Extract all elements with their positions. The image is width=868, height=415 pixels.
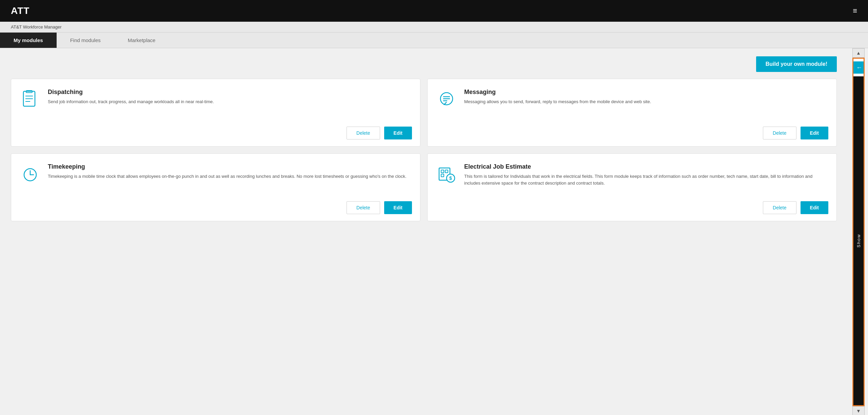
main-content: Build your own module! Dispatching Sen [0, 48, 868, 415]
show-panel-text: Show [856, 234, 861, 248]
timekeeping-text: Timekeeping Timekeeping is a mobile time… [48, 163, 412, 180]
electrical-text: Electrical Job Estimate This form is tai… [464, 163, 828, 186]
build-module-button[interactable]: Build your own module! [756, 56, 837, 72]
show-back-button[interactable]: ← [853, 61, 865, 74]
timekeeping-icon [19, 163, 41, 185]
electrical-edit-button[interactable]: Edit [801, 201, 828, 214]
timekeeping-title: Timekeeping [48, 163, 412, 170]
card-top-timekeeping: Timekeeping Timekeeping is a mobile time… [19, 163, 412, 185]
dispatching-title: Dispatching [48, 89, 412, 96]
electrical-desc: This form is tailored for Individuals th… [464, 173, 828, 186]
dispatching-icon [19, 89, 41, 110]
electrical-delete-button[interactable]: Delete [763, 201, 796, 214]
module-card-dispatching: Dispatching Send job information out, tr… [11, 79, 420, 147]
dispatching-desc: Send job information out, track progress… [48, 98, 412, 105]
app-subtitle: AT&T Workforce Manager [11, 24, 62, 30]
module-card-messaging: Messaging Messaging allows you to send, … [427, 79, 837, 147]
module-card-timekeeping: Timekeeping Timekeeping is a mobile time… [11, 153, 420, 221]
tab-find-modules[interactable]: Find modules [57, 33, 114, 48]
messaging-desc: Messaging allows you to send, forward, r… [464, 98, 828, 105]
timekeeping-delete-button[interactable]: Delete [347, 201, 380, 214]
dispatching-edit-button[interactable]: Edit [384, 127, 412, 139]
tab-bar: My modules Find modules Marketplace [0, 33, 868, 48]
timekeeping-desc: Timekeeping is a mobile time clock that … [48, 173, 412, 180]
scroll-area: ▲ ← Show ▼ [849, 48, 868, 415]
timekeeping-actions: Delete Edit [19, 196, 412, 214]
card-top-messaging: Messaging Messaging allows you to send, … [436, 89, 828, 110]
messaging-text: Messaging Messaging allows you to send, … [464, 89, 828, 105]
messaging-title: Messaging [464, 89, 828, 96]
svg-text:$: $ [449, 175, 452, 181]
sub-header: AT&T Workforce Manager [0, 22, 868, 33]
electrical-title: Electrical Job Estimate [464, 163, 828, 170]
timekeeping-edit-button[interactable]: Edit [384, 201, 412, 214]
scroll-up-button[interactable]: ▲ [852, 48, 865, 58]
menu-icon[interactable]: ≡ [853, 6, 857, 15]
tab-marketplace[interactable]: Marketplace [114, 33, 169, 48]
messaging-actions: Delete Edit [436, 121, 828, 139]
scroll-track: ← Show [852, 58, 865, 406]
dispatching-delete-button[interactable]: Delete [347, 127, 380, 139]
build-btn-row: Build your own module! [11, 56, 857, 72]
messaging-edit-button[interactable]: Edit [801, 127, 828, 139]
dispatching-text: Dispatching Send job information out, tr… [48, 89, 412, 105]
module-card-electrical: $ Electrical Job Estimate This form is t… [427, 153, 837, 221]
app-logo: ATT [11, 5, 29, 16]
messaging-delete-button[interactable]: Delete [763, 127, 796, 139]
electrical-icon: $ [436, 163, 457, 185]
messaging-icon [436, 89, 457, 110]
card-top-dispatching: Dispatching Send job information out, tr… [19, 89, 412, 110]
svg-rect-14 [445, 170, 448, 173]
dispatching-actions: Delete Edit [19, 121, 412, 139]
modules-grid: Dispatching Send job information out, tr… [11, 79, 857, 221]
tab-my-modules[interactable]: My modules [0, 33, 57, 48]
svg-rect-15 [441, 174, 444, 177]
show-panel-bg: Show [853, 76, 864, 405]
scroll-down-button[interactable]: ▼ [852, 406, 865, 415]
electrical-actions: Delete Edit [436, 196, 828, 214]
card-top-electrical: $ Electrical Job Estimate This form is t… [436, 163, 828, 186]
app-header: ATT ≡ [0, 0, 868, 22]
svg-rect-13 [441, 170, 444, 173]
